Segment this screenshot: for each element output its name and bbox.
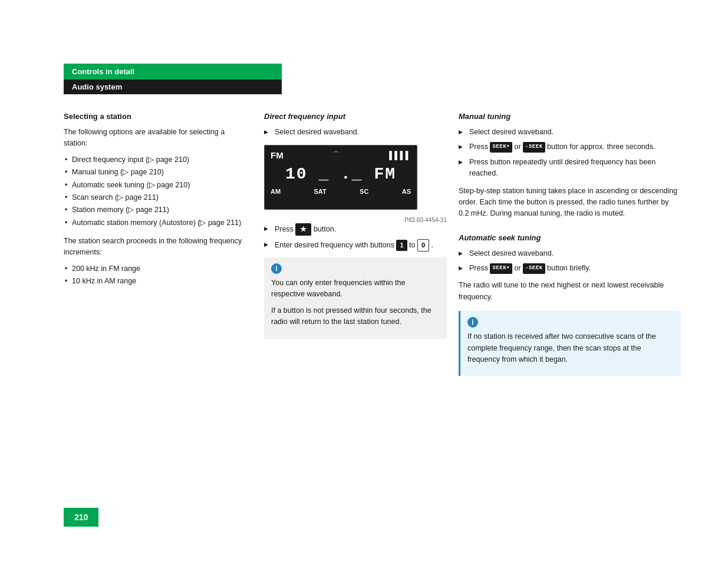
- direct-freq-steps-2: Press ★ button. Enter desired frequency …: [264, 223, 447, 252]
- list-item: Scan search (▷ page 211): [64, 192, 246, 203]
- options-list: Direct frequency input (▷ page 210) Manu…: [64, 154, 246, 229]
- manual-step-3: Press button repeatedly until desired fr…: [459, 157, 681, 180]
- manual-step2-post: button for approx. three seconds.: [547, 143, 655, 151]
- list-item: 10 kHz in AM range: [64, 276, 246, 287]
- auto-or: or: [514, 264, 523, 272]
- info-text-2: If a button is not pressed within four s…: [271, 305, 440, 328]
- list-item: Manual tuning (▷ page 210): [64, 167, 246, 178]
- content-area: Selecting a station The following option…: [64, 112, 681, 382]
- radio-sat-label: SAT: [314, 188, 326, 195]
- radio-display: FM ⌒ ▌▌▌▌ 10 _ ._ FM AM SAT SC AS: [264, 145, 417, 210]
- list-item: Automatic station memory (Autostore) (▷ …: [64, 217, 246, 229]
- info-box-right: i If no station is received after two co…: [459, 311, 681, 376]
- radio-signal-icon: ▌▌▌▌: [389, 151, 411, 160]
- auto-detail-text: The radio will tune to the next highest …: [459, 280, 681, 303]
- direct-freq-heading: Direct frequency input: [264, 112, 447, 121]
- intro-text: The following options are available for …: [64, 127, 246, 150]
- list-item: Station memory (▷ page 211): [64, 204, 246, 216]
- manual-press-label: Press: [469, 143, 488, 151]
- step2-press-label: Press: [275, 225, 294, 233]
- info-box-middle: i You can only enter frequencies within …: [264, 257, 447, 339]
- num-btn-0: 0: [417, 239, 429, 252]
- step-1: Select desired waveband.: [264, 127, 447, 138]
- direct-freq-steps: Select desired waveband.: [264, 127, 447, 138]
- step-2: Press ★ button.: [264, 223, 447, 236]
- auto-press-label: Press: [469, 264, 488, 272]
- manual-step-1: Select desired waveband.: [459, 127, 681, 138]
- seek-plus-button: SEEK+: [490, 142, 512, 153]
- info-text-1: You can only enter frequencies within th…: [271, 277, 440, 300]
- step3-to: to: [409, 241, 417, 249]
- manual-tuning-heading: Manual tuning: [459, 112, 681, 121]
- step3-period: .: [431, 241, 433, 249]
- selecting-station-heading: Selecting a station: [64, 112, 246, 121]
- auto-step2-post: button briefly.: [547, 264, 591, 272]
- info-icon: i: [271, 263, 282, 274]
- radio-frequency-display: 10 _ ._ FM: [285, 165, 396, 183]
- auto-seek-heading: Automatic seek tuning: [459, 233, 681, 242]
- radio-bottom-row: AM SAT SC AS: [271, 188, 411, 195]
- list-item: 200 kHz in FM range: [64, 263, 246, 275]
- radio-caption: P82.60-4454-31: [264, 217, 447, 223]
- radio-as-label: AS: [402, 188, 411, 195]
- manual-detail-text: Step-by-step station tuning takes place …: [459, 186, 681, 220]
- left-column: Selecting a station The following option…: [64, 112, 264, 382]
- controls-title: Controls in detail: [64, 64, 282, 80]
- header-bar: Controls in detail Audio system: [64, 64, 282, 94]
- info-icon-right: i: [467, 317, 478, 328]
- auto-seek-plus-button: SEEK+: [490, 263, 512, 274]
- audio-system-title: Audio system: [64, 80, 282, 94]
- radio-freq-row: 10 _ ._ FM: [271, 165, 411, 183]
- page-number: 210: [64, 508, 98, 527]
- radio-top-row: FM ⌒ ▌▌▌▌: [271, 150, 411, 160]
- increments-intro: The station search proceeds in the follo…: [64, 236, 246, 259]
- auto-step-2: Press SEEK+ or -SEEK button briefly.: [459, 263, 681, 274]
- num-btn-1: 1: [396, 240, 407, 251]
- step-3: Enter desired frequency with buttons 1 t…: [264, 239, 447, 252]
- step2-button-label: button.: [314, 225, 336, 233]
- manual-or: or: [514, 143, 523, 151]
- star-button: ★: [295, 223, 311, 236]
- step3-label: Enter desired frequency with buttons: [275, 241, 394, 249]
- list-item: Direct frequency input (▷ page 210): [64, 154, 246, 166]
- auto-seek-minus-button: -SEEK: [523, 263, 545, 274]
- radio-sc-label: SC: [360, 188, 368, 195]
- manual-tuning-steps: Select desired waveband. Press SEEK+ or …: [459, 127, 681, 180]
- manual-step-2: Press SEEK+ or -SEEK button for approx. …: [459, 141, 681, 153]
- radio-fm-label: FM: [271, 150, 284, 160]
- list-item: Automatic seek tuning (▷ page 210): [64, 180, 246, 191]
- radio-am-label: AM: [271, 188, 281, 195]
- increments-list: 200 kHz in FM range 10 kHz in AM range: [64, 263, 246, 287]
- middle-column: Direct frequency input Select desired wa…: [264, 112, 459, 382]
- info-text-right: If no station is received after two cons…: [467, 331, 674, 365]
- right-column: Manual tuning Select desired waveband. P…: [459, 112, 681, 382]
- auto-step-1: Select desired waveband.: [459, 248, 681, 259]
- seek-minus-button: -SEEK: [523, 142, 545, 153]
- auto-seek-steps: Select desired waveband. Press SEEK+ or …: [459, 248, 681, 275]
- radio-antenna-icon: ⌒: [332, 150, 340, 160]
